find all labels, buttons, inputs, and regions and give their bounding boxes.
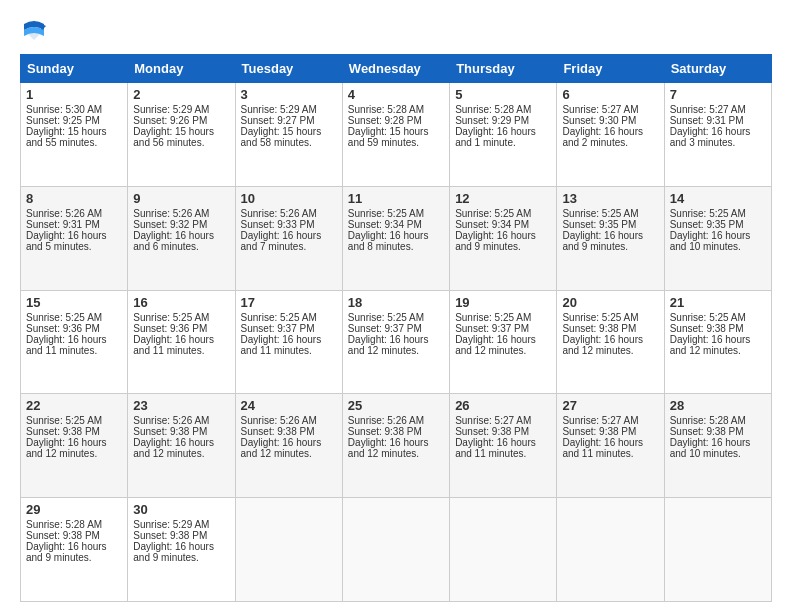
sunrise-label: Sunrise: 5:28 AM: [348, 104, 424, 115]
calendar-cell: 18Sunrise: 5:25 AMSunset: 9:37 PMDayligh…: [342, 290, 449, 394]
daylight-label: Daylight: 16 hours and 11 minutes.: [241, 334, 322, 356]
daylight-label: Daylight: 16 hours and 9 minutes.: [133, 541, 214, 563]
daylight-label: Daylight: 16 hours and 12 minutes.: [133, 437, 214, 459]
calendar-cell: 27Sunrise: 5:27 AMSunset: 9:38 PMDayligh…: [557, 394, 664, 498]
calendar-cell: 6Sunrise: 5:27 AMSunset: 9:30 PMDaylight…: [557, 83, 664, 187]
daylight-label: Daylight: 16 hours and 3 minutes.: [670, 126, 751, 148]
calendar-row: 22Sunrise: 5:25 AMSunset: 9:38 PMDayligh…: [21, 394, 772, 498]
day-header-saturday: Saturday: [664, 55, 771, 83]
day-number: 25: [348, 398, 444, 413]
sunset-label: Sunset: 9:33 PM: [241, 219, 315, 230]
daylight-label: Daylight: 16 hours and 7 minutes.: [241, 230, 322, 252]
sunrise-label: Sunrise: 5:25 AM: [348, 208, 424, 219]
day-header-friday: Friday: [557, 55, 664, 83]
calendar-cell: 7Sunrise: 5:27 AMSunset: 9:31 PMDaylight…: [664, 83, 771, 187]
sunset-label: Sunset: 9:38 PM: [455, 426, 529, 437]
sunset-label: Sunset: 9:38 PM: [562, 426, 636, 437]
day-number: 20: [562, 295, 658, 310]
calendar-cell: 9Sunrise: 5:26 AMSunset: 9:32 PMDaylight…: [128, 186, 235, 290]
sunrise-label: Sunrise: 5:26 AM: [133, 208, 209, 219]
sunset-label: Sunset: 9:37 PM: [455, 323, 529, 334]
sunrise-label: Sunrise: 5:25 AM: [455, 208, 531, 219]
sunrise-label: Sunrise: 5:25 AM: [455, 312, 531, 323]
day-number: 30: [133, 502, 229, 517]
sunset-label: Sunset: 9:36 PM: [26, 323, 100, 334]
sunrise-label: Sunrise: 5:25 AM: [26, 415, 102, 426]
daylight-label: Daylight: 16 hours and 11 minutes.: [26, 334, 107, 356]
sunrise-label: Sunrise: 5:25 AM: [26, 312, 102, 323]
sunset-label: Sunset: 9:38 PM: [348, 426, 422, 437]
sunset-label: Sunset: 9:37 PM: [241, 323, 315, 334]
sunset-label: Sunset: 9:34 PM: [455, 219, 529, 230]
sunrise-label: Sunrise: 5:27 AM: [562, 415, 638, 426]
sunset-label: Sunset: 9:31 PM: [670, 115, 744, 126]
calendar-cell: 16Sunrise: 5:25 AMSunset: 9:36 PMDayligh…: [128, 290, 235, 394]
day-number: 9: [133, 191, 229, 206]
daylight-label: Daylight: 16 hours and 12 minutes.: [670, 334, 751, 356]
day-number: 6: [562, 87, 658, 102]
calendar-cell: 8Sunrise: 5:26 AMSunset: 9:31 PMDaylight…: [21, 186, 128, 290]
calendar-cell: [450, 498, 557, 602]
sunset-label: Sunset: 9:35 PM: [670, 219, 744, 230]
calendar-cell: 28Sunrise: 5:28 AMSunset: 9:38 PMDayligh…: [664, 394, 771, 498]
calendar-cell: 11Sunrise: 5:25 AMSunset: 9:34 PMDayligh…: [342, 186, 449, 290]
day-number: 23: [133, 398, 229, 413]
day-number: 19: [455, 295, 551, 310]
sunset-label: Sunset: 9:38 PM: [670, 323, 744, 334]
daylight-label: Daylight: 16 hours and 10 minutes.: [670, 230, 751, 252]
calendar-cell: [342, 498, 449, 602]
day-number: 2: [133, 87, 229, 102]
daylight-label: Daylight: 16 hours and 12 minutes.: [26, 437, 107, 459]
sunrise-label: Sunrise: 5:29 AM: [241, 104, 317, 115]
daylight-label: Daylight: 16 hours and 9 minutes.: [26, 541, 107, 563]
page-header: [20, 16, 772, 44]
daylight-label: Daylight: 16 hours and 2 minutes.: [562, 126, 643, 148]
daylight-label: Daylight: 16 hours and 11 minutes.: [133, 334, 214, 356]
sunrise-label: Sunrise: 5:25 AM: [348, 312, 424, 323]
sunset-label: Sunset: 9:38 PM: [133, 426, 207, 437]
sunrise-label: Sunrise: 5:25 AM: [670, 312, 746, 323]
calendar-header-row: SundayMondayTuesdayWednesdayThursdayFrid…: [21, 55, 772, 83]
daylight-label: Daylight: 16 hours and 5 minutes.: [26, 230, 107, 252]
calendar-cell: 15Sunrise: 5:25 AMSunset: 9:36 PMDayligh…: [21, 290, 128, 394]
sunset-label: Sunset: 9:38 PM: [26, 530, 100, 541]
sunrise-label: Sunrise: 5:26 AM: [241, 415, 317, 426]
calendar-cell: 26Sunrise: 5:27 AMSunset: 9:38 PMDayligh…: [450, 394, 557, 498]
sunrise-label: Sunrise: 5:26 AM: [133, 415, 209, 426]
day-header-wednesday: Wednesday: [342, 55, 449, 83]
sunset-label: Sunset: 9:37 PM: [348, 323, 422, 334]
daylight-label: Daylight: 15 hours and 55 minutes.: [26, 126, 107, 148]
sunset-label: Sunset: 9:38 PM: [562, 323, 636, 334]
calendar-cell: 21Sunrise: 5:25 AMSunset: 9:38 PMDayligh…: [664, 290, 771, 394]
daylight-label: Daylight: 16 hours and 1 minute.: [455, 126, 536, 148]
sunrise-label: Sunrise: 5:28 AM: [670, 415, 746, 426]
day-header-monday: Monday: [128, 55, 235, 83]
calendar-cell: 2Sunrise: 5:29 AMSunset: 9:26 PMDaylight…: [128, 83, 235, 187]
sunrise-label: Sunrise: 5:25 AM: [670, 208, 746, 219]
day-header-sunday: Sunday: [21, 55, 128, 83]
calendar-cell: 24Sunrise: 5:26 AMSunset: 9:38 PMDayligh…: [235, 394, 342, 498]
sunrise-label: Sunrise: 5:29 AM: [133, 104, 209, 115]
daylight-label: Daylight: 16 hours and 8 minutes.: [348, 230, 429, 252]
day-number: 7: [670, 87, 766, 102]
calendar-cell: 13Sunrise: 5:25 AMSunset: 9:35 PMDayligh…: [557, 186, 664, 290]
calendar-cell: 5Sunrise: 5:28 AMSunset: 9:29 PMDaylight…: [450, 83, 557, 187]
day-number: 11: [348, 191, 444, 206]
calendar-table: SundayMondayTuesdayWednesdayThursdayFrid…: [20, 54, 772, 602]
calendar-cell: [235, 498, 342, 602]
sunrise-label: Sunrise: 5:28 AM: [455, 104, 531, 115]
daylight-label: Daylight: 15 hours and 56 minutes.: [133, 126, 214, 148]
calendar-cell: 14Sunrise: 5:25 AMSunset: 9:35 PMDayligh…: [664, 186, 771, 290]
sunrise-label: Sunrise: 5:27 AM: [455, 415, 531, 426]
calendar-row: 8Sunrise: 5:26 AMSunset: 9:31 PMDaylight…: [21, 186, 772, 290]
daylight-label: Daylight: 16 hours and 10 minutes.: [670, 437, 751, 459]
sunrise-label: Sunrise: 5:25 AM: [562, 208, 638, 219]
sunset-label: Sunset: 9:36 PM: [133, 323, 207, 334]
sunrise-label: Sunrise: 5:30 AM: [26, 104, 102, 115]
calendar-cell: 25Sunrise: 5:26 AMSunset: 9:38 PMDayligh…: [342, 394, 449, 498]
calendar-cell: 12Sunrise: 5:25 AMSunset: 9:34 PMDayligh…: [450, 186, 557, 290]
day-number: 15: [26, 295, 122, 310]
calendar-cell: 17Sunrise: 5:25 AMSunset: 9:37 PMDayligh…: [235, 290, 342, 394]
daylight-label: Daylight: 16 hours and 12 minutes.: [348, 437, 429, 459]
sunrise-label: Sunrise: 5:26 AM: [26, 208, 102, 219]
